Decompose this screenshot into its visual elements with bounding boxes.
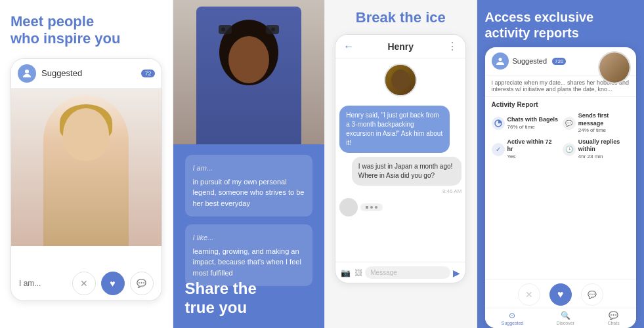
panel4-headline: Access exclusive activity reports bbox=[485, 9, 637, 41]
panel2-bottom-headline: Share the true you bbox=[185, 279, 257, 318]
stat1-icon bbox=[492, 117, 505, 130]
pm4-avatar bbox=[492, 52, 509, 70]
pm4-notification-photo bbox=[598, 51, 631, 84]
stat4-value: 4hr 23 min bbox=[578, 154, 603, 159]
person-silhouette bbox=[43, 95, 129, 246]
chat-bubble-me: I was just in Japan a month ago! Where i… bbox=[352, 157, 462, 186]
bubble-them-text: Henry said, "I just got back from a 3-mo… bbox=[346, 112, 442, 146]
card2-text: learning, growing, and making an impact,… bbox=[193, 246, 305, 279]
panel2-card-iam: I am... in pursuit of my own personal le… bbox=[185, 155, 313, 216]
headline-text: Meet people who inspire you bbox=[11, 13, 120, 47]
person-head bbox=[63, 108, 109, 161]
nav-suggested[interactable]: ⊙ Suggested bbox=[502, 311, 523, 325]
pm4-activity-title: Activity Report bbox=[492, 101, 630, 108]
dot3 bbox=[375, 206, 377, 209]
stat1-value: 76% of time bbox=[507, 124, 535, 130]
phone-footer-1: I am... ✕ ♥ 💬 bbox=[11, 266, 161, 300]
message-placeholder: Message bbox=[370, 269, 397, 276]
panel3-headline: Break the ice bbox=[356, 9, 446, 26]
card2-label: I like... bbox=[193, 232, 305, 243]
clock-icon: 🕒 bbox=[565, 146, 573, 153]
svg-point-1 bbox=[498, 58, 502, 61]
pm4-activity-section: Activity Report Chats with Bagels 76% of… bbox=[485, 97, 637, 165]
x-button[interactable]: ✕ bbox=[72, 272, 96, 295]
stat3-value: Yes bbox=[507, 154, 516, 159]
more-options-icon[interactable]: ⋮ bbox=[447, 40, 458, 52]
stat2-label-text: Sends first message bbox=[578, 112, 630, 127]
phone-mockup-3: ← Henry ⋮ Henry said, "I just got back f… bbox=[335, 34, 466, 283]
phone-mockup-1: Suggested 72 I am... ✕ ♥ 💬 bbox=[11, 58, 162, 301]
pm4-header: Suggested 720 bbox=[485, 47, 637, 75]
pm4-x-button[interactable]: ✕ bbox=[518, 283, 540, 306]
nav-discover[interactable]: 🔍 Discover bbox=[557, 311, 574, 325]
stat4-label: Usually replies within 4hr 23 min bbox=[578, 138, 630, 161]
stat-first-message: 💬 Sends first message 24% of time bbox=[563, 112, 630, 134]
stat3-icon: ✓ bbox=[492, 143, 505, 156]
pm4-nav-bar: ⊙ Suggested 🔍 Discover 💬 Chats bbox=[485, 308, 637, 328]
sunglass-frame-left bbox=[219, 25, 232, 34]
footer-iam: I am... bbox=[19, 279, 41, 288]
discover-icon: 🔍 bbox=[561, 311, 570, 320]
panel1-headline: Meet people who inspire you bbox=[11, 13, 162, 48]
badge-count-1: 72 bbox=[141, 70, 154, 77]
nav-suggested-label: Suggested bbox=[502, 321, 523, 325]
nav-chats-label: Chats bbox=[607, 321, 619, 325]
pm4-action-buttons: ✕ ♥ 💬 bbox=[485, 279, 637, 310]
back-arrow-icon[interactable]: ← bbox=[343, 41, 354, 52]
share-line1: Share the bbox=[185, 279, 257, 297]
headline-line1: Access exclusive bbox=[485, 10, 594, 24]
headline-line2: activity reports bbox=[485, 26, 579, 40]
stat4-icon: 🕒 bbox=[563, 143, 576, 156]
share-line2: true you bbox=[185, 298, 247, 316]
image-icon[interactable]: 🖼 bbox=[354, 268, 362, 277]
chat-body: Henry said, "I just got back from a 3-mo… bbox=[335, 102, 465, 262]
chat-input[interactable]: Message bbox=[365, 266, 450, 279]
panel2-card-ilike: I like... learning, growing, and making … bbox=[185, 224, 313, 286]
chat-user-photo bbox=[384, 64, 417, 96]
heart-button[interactable]: ♥ bbox=[101, 272, 125, 295]
check-icon: ✓ bbox=[496, 146, 501, 153]
tab-suggested-1: Suggested bbox=[41, 68, 82, 78]
stat3-label-text: Active within 72 hr bbox=[507, 138, 559, 154]
chat-header: ← Henry ⋮ bbox=[335, 35, 465, 58]
chats-nav-icon: 💬 bbox=[609, 311, 618, 320]
camera-icon[interactable]: 📷 bbox=[341, 268, 351, 277]
nav-discover-label: Discover bbox=[557, 321, 574, 325]
typing-avatar bbox=[339, 198, 358, 216]
svg-point-0 bbox=[25, 70, 29, 73]
chat-timestamp: 8:46 AM bbox=[339, 188, 462, 194]
card1-text: in pursuit of my own personal legend, so… bbox=[193, 176, 305, 209]
phone-header-1: Suggested 72 bbox=[11, 59, 161, 89]
pm4-tab-label: Suggested bbox=[513, 57, 547, 65]
action-buttons: ✕ ♥ 💬 bbox=[72, 272, 154, 295]
phone-mockup-4: Suggested 720 I appreciate when my date.… bbox=[485, 47, 637, 328]
panel-activity: Access exclusive activity reports Sugges… bbox=[477, 0, 645, 328]
bubble-icon: 💬 bbox=[565, 120, 572, 127]
card1-label: I am... bbox=[193, 163, 305, 174]
typing-dots bbox=[360, 203, 383, 211]
chat-bubble-them: Henry said, "I just got back from a 3-mo… bbox=[339, 106, 449, 153]
message-button[interactable]: 💬 bbox=[130, 272, 154, 295]
profile-photo-1 bbox=[11, 89, 161, 246]
stat2-icon: 💬 bbox=[563, 117, 576, 130]
pm4-badge: 720 bbox=[552, 58, 566, 65]
dot2 bbox=[370, 206, 373, 209]
panel-meet-people: Meet people who inspire you Suggested 72… bbox=[0, 0, 173, 328]
stat2-value: 24% of time bbox=[578, 127, 606, 133]
dot1 bbox=[366, 206, 368, 209]
suggested-icon: ⊙ bbox=[509, 311, 515, 320]
face bbox=[228, 36, 269, 83]
pm4-heart-button[interactable]: ♥ bbox=[549, 283, 572, 306]
typing-indicator bbox=[339, 198, 462, 216]
send-icon[interactable]: ▶ bbox=[453, 268, 460, 278]
bubble-me-text: I was just in Japan a month ago! Where i… bbox=[358, 163, 452, 179]
stat2-label: Sends first message 24% of time bbox=[578, 112, 630, 134]
chat-contact-name: Henry bbox=[387, 41, 414, 52]
pm4-stats-grid: Chats with Bagels 76% of time 💬 Sends fi… bbox=[492, 112, 630, 161]
stat1-label-text: Chats with Bagels bbox=[507, 116, 559, 124]
avatar-small bbox=[18, 64, 36, 83]
nav-chats[interactable]: 💬 Chats bbox=[607, 311, 619, 325]
panel2-content: I am... in pursuit of my own personal le… bbox=[173, 144, 325, 328]
chat-footer: 📷 🖼 Message ▶ bbox=[335, 262, 465, 283]
pm4-message-button[interactable]: 💬 bbox=[581, 283, 603, 306]
